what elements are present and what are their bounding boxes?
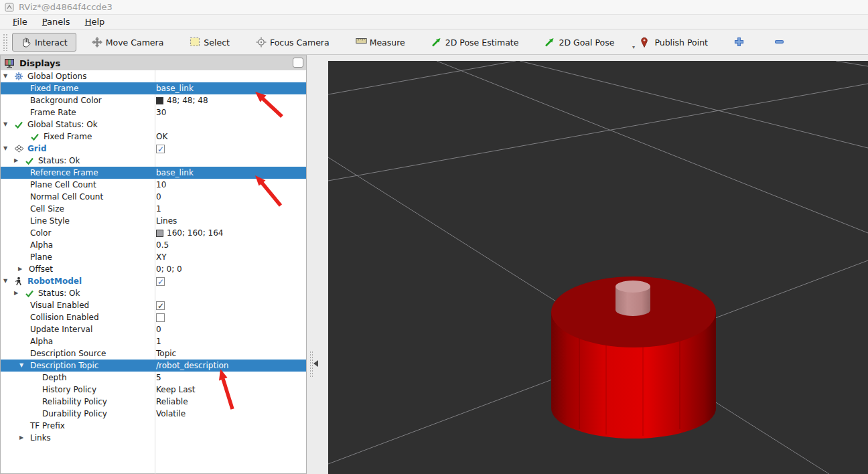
- panel-collapse-arrow-icon[interactable]: [313, 360, 318, 367]
- tree-row-global-options[interactable]: ▼Global Options: [1, 70, 306, 82]
- menu-item-panels[interactable]: Panels: [36, 15, 76, 28]
- window-title: RViz*@d4864f4ccde3: [19, 2, 113, 12]
- expander-open-icon[interactable]: ▼: [3, 143, 14, 155]
- plus-button[interactable]: [729, 33, 753, 52]
- tree-row-durability-policy[interactable]: Durability PolicyVolatile: [1, 408, 306, 420]
- render-viewport[interactable]: [328, 61, 868, 474]
- checkbox-checked[interactable]: ✓: [156, 301, 165, 310]
- property-label: Fixed Frame: [30, 82, 78, 94]
- property-value[interactable]: 48; 48; 48: [156, 94, 208, 106]
- property-value[interactable]: base_link: [156, 82, 194, 94]
- expander-closed-icon[interactable]: ▶: [18, 263, 29, 275]
- toolbar-overflow-arrow[interactable]: ▾: [632, 44, 635, 50]
- tree-row-plane[interactable]: PlaneXY: [1, 251, 306, 263]
- tree-row-description-topic[interactable]: ▼Description Topic/robot_description: [1, 360, 306, 372]
- tree-row-fixed-frame[interactable]: Fixed Framebase_link: [1, 82, 306, 94]
- property-label: History Policy: [42, 384, 96, 396]
- checkbox-checked[interactable]: ✓: [156, 277, 165, 286]
- tree-row-update-interval[interactable]: Update Interval0: [1, 323, 306, 335]
- expander-closed-icon[interactable]: ▶: [14, 155, 25, 167]
- property-value[interactable]: 160; 160; 164: [156, 227, 223, 239]
- select-icon: [190, 37, 201, 48]
- interact-button[interactable]: Interact: [12, 33, 76, 52]
- tree-row-frame-rate[interactable]: Frame Rate30: [1, 106, 306, 118]
- property-value[interactable]: /robot_description: [156, 360, 228, 372]
- value-text: Topic: [156, 347, 176, 360]
- tree-row-cell-size[interactable]: Cell Size1: [1, 203, 306, 215]
- tree-row-depth[interactable]: Depth5: [1, 372, 306, 384]
- property-value[interactable]: 10: [156, 179, 166, 191]
- value-text: 0: [156, 323, 161, 335]
- expander-open-icon[interactable]: ▼: [3, 118, 14, 131]
- tree-row-fixed-frame[interactable]: Fixed FrameOK: [1, 131, 306, 143]
- tree-row-global-status-ok[interactable]: ▼Global Status: Ok: [1, 118, 306, 131]
- property-value[interactable]: base_link: [156, 167, 194, 179]
- tree-row-color[interactable]: Color160; 160; 164: [1, 227, 306, 239]
- property-value[interactable]: ✓: [156, 143, 165, 155]
- property-value[interactable]: Lines: [156, 215, 177, 227]
- property-value[interactable]: ✓: [156, 275, 165, 287]
- tree-row-robotmodel[interactable]: ▼RobotModel✓: [1, 275, 306, 287]
- tree-row-grid[interactable]: ▼Grid✓: [1, 143, 306, 155]
- tree-row-line-style[interactable]: Line StyleLines: [1, 215, 306, 227]
- property-value[interactable]: 5: [156, 372, 161, 384]
- property-value[interactable]: 0: [156, 191, 161, 203]
- tree-row-reliability-policy[interactable]: Reliability PolicyReliable: [1, 396, 306, 408]
- value-text: Volatile: [156, 408, 186, 420]
- 2d-goal-pose-button[interactable]: 2D Goal Pose: [540, 33, 619, 52]
- tree-row-alpha[interactable]: Alpha0.5: [1, 239, 306, 251]
- tree-row-offset[interactable]: ▶Offset0; 0; 0: [1, 263, 306, 275]
- property-value[interactable]: 1: [156, 335, 161, 347]
- focus-camera-button[interactable]: Focus Camera: [251, 33, 334, 52]
- property-value[interactable]: 0: [156, 323, 161, 335]
- tree-row-status-ok[interactable]: ▶Status: Ok: [1, 287, 306, 299]
- minus-button[interactable]: [770, 33, 793, 52]
- value-text: Keep Last: [156, 384, 195, 396]
- property-value[interactable]: ✓: [156, 299, 165, 311]
- property-value[interactable]: [156, 311, 165, 323]
- checkbox-unchecked[interactable]: [156, 313, 165, 322]
- property-value[interactable]: OK: [156, 131, 167, 143]
- property-value[interactable]: Reliable: [156, 396, 188, 408]
- toolbar-drag-handle[interactable]: [3, 33, 8, 51]
- property-value[interactable]: 0.5: [156, 239, 169, 251]
- property-value[interactable]: Volatile: [156, 408, 186, 420]
- property-label: Collision Enabled: [30, 311, 99, 323]
- tree-row-visual-enabled[interactable]: Visual Enabled✓: [1, 299, 306, 311]
- tree-row-plane-cell-count[interactable]: Plane Cell Count10: [1, 179, 306, 191]
- property-value[interactable]: XY: [156, 251, 167, 263]
- panel-float-button[interactable]: [293, 58, 303, 68]
- expander-closed-icon[interactable]: ▶: [14, 287, 25, 299]
- menu-item-help[interactable]: Help: [79, 15, 111, 28]
- move-icon: [92, 37, 103, 48]
- property-value[interactable]: 0; 0; 0: [156, 263, 182, 275]
- select-button[interactable]: Select: [185, 33, 234, 52]
- property-value[interactable]: Topic: [156, 347, 176, 360]
- move-camera-button[interactable]: Move Camera: [87, 33, 169, 52]
- tree-row-background-color[interactable]: Background Color48; 48; 48: [1, 94, 306, 106]
- menu-item-file[interactable]: File: [7, 15, 33, 28]
- property-value[interactable]: 30: [156, 106, 166, 118]
- measure-button[interactable]: Measure: [351, 33, 410, 52]
- tree-row-links[interactable]: ▶Links: [1, 432, 306, 444]
- expander-open-icon[interactable]: ▼: [3, 70, 14, 82]
- tree-row-tf-prefix[interactable]: TF Prefix: [1, 420, 306, 432]
- expander-open-icon[interactable]: ▼: [3, 275, 14, 287]
- displays-panel-titlebar[interactable]: Displays: [1, 56, 306, 70]
- tree-row-reference-frame[interactable]: Reference Framebase_link: [1, 167, 306, 179]
- tree-row-status-ok[interactable]: ▶Status: Ok: [1, 155, 306, 167]
- 2d-pose-estimate-button[interactable]: 2D Pose Estimate: [427, 33, 524, 52]
- tree-row-collision-enabled[interactable]: Collision Enabled: [1, 311, 306, 323]
- property-value[interactable]: Keep Last: [156, 384, 195, 396]
- expander-closed-icon[interactable]: ▶: [19, 432, 30, 444]
- app-icon: [5, 3, 14, 12]
- property-value[interactable]: 1: [156, 203, 161, 215]
- checkbox-checked[interactable]: ✓: [156, 145, 165, 153]
- tree-row-description-source[interactable]: Description SourceTopic: [1, 347, 306, 360]
- tree-row-history-policy[interactable]: History PolicyKeep Last: [1, 384, 306, 396]
- grid-icon: [14, 144, 27, 154]
- tree-row-alpha[interactable]: Alpha1: [1, 335, 306, 347]
- tree-row-normal-cell-count[interactable]: Normal Cell Count0: [1, 191, 306, 203]
- expander-open-icon[interactable]: ▼: [19, 360, 30, 372]
- publish-point-button[interactable]: Publish Point: [636, 33, 713, 52]
